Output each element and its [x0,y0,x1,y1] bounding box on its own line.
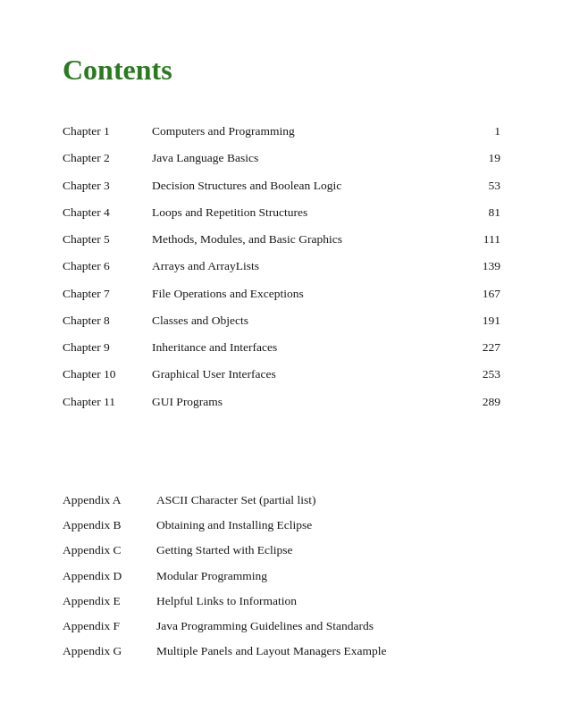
appendix-label: Appendix E [63,592,156,610]
chapter-label: Chapter 11 [63,393,152,411]
chapter-title: Decision Structures and Boolean Logic [152,177,465,195]
table-row: Chapter 4Loops and Repetition Structures… [63,204,500,222]
table-row: Chapter 1Computers and Programming1 [63,122,500,140]
table-row: Chapter 8Classes and Objects191 [63,312,500,330]
table-row: Chapter 7File Operations and Exceptions1… [63,285,500,303]
chapter-page: 227 [465,339,500,356]
appendix-title: Java Programming Guidelines and Standard… [156,617,500,635]
page-title: Contents [63,54,500,87]
list-item: Appendix CGetting Started with Eclipse [63,541,500,559]
appendix-label: Appendix B [63,516,156,534]
chapter-page: 253 [465,365,500,383]
list-item: Appendix BObtaining and Installing Eclip… [63,516,500,534]
table-row: Chapter 5Methods, Modules, and Basic Gra… [63,230,500,248]
chapter-title: Arrays and ArrayLists [152,257,465,275]
list-item: Appendix EHelpful Links to Information [63,592,500,610]
chapter-page: 289 [465,393,500,411]
appendix-title: Helpful Links to Information [156,592,500,610]
chapter-title: File Operations and Exceptions [152,285,465,303]
appendices-section: Appendix AASCII Character Set (partial l… [63,491,500,661]
appendix-title: Getting Started with Eclipse [156,541,500,559]
appendix-title: Obtaining and Installing Eclipse [156,516,500,534]
chapter-label: Chapter 7 [63,285,152,303]
section-divider [63,447,500,473]
appendix-label: Appendix G [63,642,156,660]
list-item: Appendix FJava Programming Guidelines an… [63,617,500,635]
appendix-label: Appendix F [63,617,156,635]
chapter-label: Chapter 6 [63,257,152,275]
chapter-label: Chapter 10 [63,365,152,383]
chapters-section: Chapter 1Computers and Programming1Chapt… [63,122,500,411]
chapter-page: 191 [465,312,500,330]
appendix-title: Modular Programming [156,567,500,585]
list-item: Appendix AASCII Character Set (partial l… [63,491,500,509]
table-row: Chapter 6Arrays and ArrayLists139 [63,257,500,275]
chapter-page: 111 [465,230,500,248]
list-item: Appendix DModular Programming [63,567,500,585]
appendix-title: Multiple Panels and Layout Managers Exam… [156,642,500,660]
chapter-page: 1 [465,122,500,140]
chapter-title: Computers and Programming [152,122,465,140]
chapter-label: Chapter 2 [63,149,152,167]
chapter-label: Chapter 3 [63,177,152,195]
chapter-label: Chapter 1 [63,122,152,140]
chapter-title: Classes and Objects [152,312,465,330]
chapter-title: Inheritance and Interfaces [152,339,465,356]
table-row: Chapter 11GUI Programs289 [63,393,500,411]
chapter-title: Methods, Modules, and Basic Graphics [152,230,465,248]
chapter-label: Chapter 9 [63,339,152,356]
table-row: Chapter 10Graphical User Interfaces253 [63,365,500,383]
appendix-label: Appendix A [63,491,156,509]
table-row: Chapter 3Decision Structures and Boolean… [63,177,500,195]
chapter-title: GUI Programs [152,393,465,411]
appendix-label: Appendix C [63,541,156,559]
chapter-page: 19 [465,149,500,167]
chapter-label: Chapter 4 [63,204,152,222]
chapter-page: 167 [465,285,500,303]
chapter-label: Chapter 8 [63,312,152,330]
chapter-page: 53 [465,177,500,195]
chapter-title: Loops and Repetition Structures [152,204,465,222]
appendix-label: Appendix D [63,567,156,585]
table-row: Chapter 2Java Language Basics19 [63,149,500,167]
chapter-title: Java Language Basics [152,149,465,167]
table-row: Chapter 9Inheritance and Interfaces227 [63,339,500,356]
appendix-title: ASCII Character Set (partial list) [156,491,500,509]
chapter-page: 139 [465,257,500,275]
list-item: Appendix GMultiple Panels and Layout Man… [63,642,500,660]
chapter-title: Graphical User Interfaces [152,365,465,383]
chapter-label: Chapter 5 [63,230,152,248]
chapter-page: 81 [465,204,500,222]
